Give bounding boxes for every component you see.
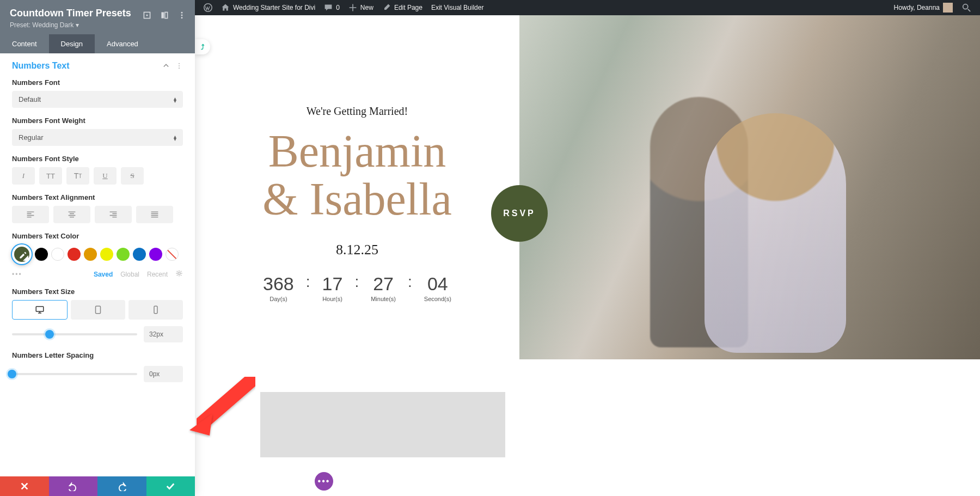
countdown-days: 368 Day(s) (263, 273, 294, 302)
pretitle: We're Getting Married! (307, 105, 408, 118)
select-numbers-font[interactable]: Default ▴▾ (12, 91, 183, 108)
swatch-none[interactable] (166, 248, 179, 261)
size-slider[interactable] (12, 333, 137, 335)
edit-page[interactable]: Edit Page (378, 0, 427, 15)
group-header[interactable]: Numbers Text (12, 61, 183, 71)
preset-label: Preset: Wedding Dark (10, 21, 74, 29)
color-sub-tabs: ••• Saved Global Recent (12, 270, 183, 279)
swatch-green[interactable] (117, 248, 130, 261)
align-right[interactable] (95, 206, 132, 223)
device-phone[interactable] (128, 300, 183, 320)
tab-advanced[interactable]: Advanced (95, 34, 150, 53)
color-picker[interactable] (12, 244, 32, 264)
style-uppercase[interactable]: TT (39, 167, 62, 185)
svg-rect-5 (165, 12, 168, 18)
swatch-blue[interactable] (133, 248, 146, 261)
countdown-minutes: 27 Minute(s) (371, 273, 396, 302)
countdown-hours: 17 Hour(s) (322, 273, 343, 302)
swatch-red[interactable] (68, 248, 81, 261)
colors-global[interactable]: Global (120, 271, 139, 278)
svg-point-11 (179, 68, 180, 69)
builder-fab[interactable]: ••• (315, 472, 333, 491)
swatch-purple[interactable] (149, 248, 162, 261)
hero-photo (519, 15, 980, 359)
svg-rect-13 (36, 307, 44, 311)
hero-section: We're Getting Married! Benjamin & Isabel… (195, 15, 980, 359)
spacing-value[interactable]: 0px (144, 366, 183, 382)
field-text-color: Numbers Text Color ••• Saved Global (12, 232, 183, 279)
snap-icon[interactable] (157, 8, 172, 23)
swatch-white[interactable] (51, 248, 64, 261)
more-icon[interactable] (174, 8, 189, 23)
wp-logo[interactable] (199, 0, 217, 15)
group-title: Numbers Text (12, 61, 70, 71)
label-text-size: Numbers Text Size (12, 287, 183, 296)
redo-button[interactable] (97, 476, 146, 496)
admin-search[interactable] (957, 0, 976, 15)
new-content[interactable]: New (344, 0, 378, 15)
cancel-button[interactable] (0, 476, 49, 496)
device-tablet[interactable] (71, 300, 125, 320)
group-more-icon[interactable] (175, 62, 183, 70)
colors-saved[interactable]: Saved (94, 271, 113, 278)
label-text-color: Numbers Text Color (12, 232, 183, 240)
panel-footer (0, 476, 195, 496)
comments[interactable]: 0 (320, 0, 344, 15)
colors-recent[interactable]: Recent (147, 271, 168, 278)
couple-names: Benjamin & Isabella (262, 127, 452, 223)
svg-point-8 (181, 17, 183, 19)
settings-panel: Countdown Timer Presets Preset: Wedding … (0, 0, 195, 496)
svg-point-6 (181, 12, 183, 14)
panel-drag-handle[interactable]: ⤴ (195, 39, 210, 54)
device-desktop[interactable] (12, 300, 68, 320)
field-letter-spacing: Numbers Letter Spacing 0px (12, 351, 183, 382)
tab-content[interactable]: Content (0, 34, 49, 53)
svg-point-7 (181, 15, 183, 16)
label-letter-spacing: Numbers Letter Spacing (12, 351, 183, 359)
panel-header: Countdown Timer Presets Preset: Wedding … (0, 0, 195, 34)
name-line-2: & Isabella (262, 174, 452, 224)
palette-more-icon[interactable]: ••• (12, 271, 22, 278)
select-font-weight[interactable]: Regular ▴▾ (12, 129, 183, 146)
device-tabs (12, 300, 183, 320)
svg-point-10 (179, 65, 180, 66)
style-strikethrough[interactable]: S (121, 167, 144, 185)
preview-canvas: We're Getting Married! Benjamin & Isabel… (195, 15, 980, 496)
countdown-seconds: 04 Second(s) (424, 273, 451, 302)
swatch-yellow[interactable] (100, 248, 113, 261)
my-account[interactable]: Howdy, Deanna (890, 0, 958, 15)
map-placeholder (260, 392, 505, 457)
slider-thumb[interactable] (45, 330, 54, 339)
swatch-orange[interactable] (84, 248, 97, 261)
colors-settings-icon[interactable] (175, 270, 183, 279)
label-alignment: Numbers Text Alignment (12, 193, 183, 201)
style-underline[interactable]: U (94, 167, 117, 185)
style-smallcaps[interactable]: TT (66, 167, 89, 185)
rsvp-button[interactable]: RSVP (491, 185, 548, 242)
site-name[interactable]: Wedding Starter Site for Divi (217, 0, 320, 15)
site-name-text: Wedding Starter Site for Divi (233, 4, 315, 11)
swatch-black[interactable] (35, 248, 48, 261)
color-swatches (12, 244, 183, 264)
tab-design[interactable]: Design (49, 34, 95, 53)
collapse-icon[interactable] (162, 62, 170, 70)
svg-rect-14 (96, 306, 101, 314)
field-text-size: Numbers Text Size 32px (12, 287, 183, 342)
field-numbers-font: Numbers Font Default ▴▾ (12, 78, 183, 108)
countdown-timer: 368 Day(s) : 17 Hour(s) : 27 Minute(s) :… (263, 273, 451, 302)
align-justify[interactable] (136, 206, 173, 223)
align-center[interactable] (53, 206, 90, 223)
style-italic[interactable]: I (12, 167, 35, 185)
undo-button[interactable] (49, 476, 98, 496)
save-button[interactable] (146, 476, 195, 496)
size-value[interactable]: 32px (144, 326, 183, 342)
align-left[interactable] (12, 206, 49, 223)
drag-icon: ⤴ (201, 43, 205, 51)
slider-thumb[interactable] (8, 370, 16, 378)
label-numbers-font: Numbers Font (12, 78, 183, 87)
expand-icon[interactable] (139, 8, 155, 23)
spacing-slider[interactable] (12, 373, 137, 375)
exit-visual-builder[interactable]: Exit Visual Builder (427, 0, 488, 15)
hero-text-column: We're Getting Married! Benjamin & Isabel… (195, 15, 519, 359)
field-numbers-font-style: Numbers Font Style I TT TT U S (12, 155, 183, 185)
